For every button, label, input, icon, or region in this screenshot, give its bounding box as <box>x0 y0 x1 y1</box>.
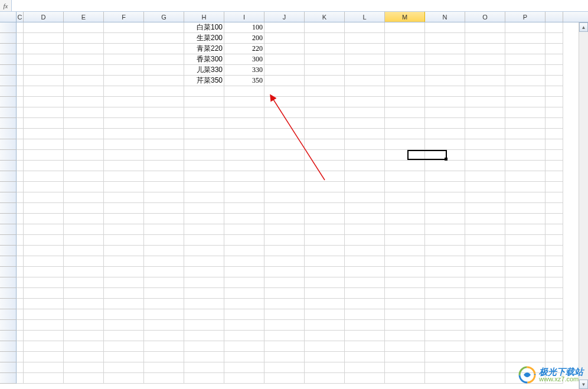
row-header[interactable] <box>0 171 17 182</box>
cell-F10[interactable] <box>104 118 144 129</box>
cell-C25[interactable] <box>17 277 24 288</box>
cell-D19[interactable] <box>24 214 64 224</box>
cell-J32[interactable] <box>264 352 305 362</box>
cell-K10[interactable] <box>305 118 345 129</box>
cell-N18[interactable] <box>425 203 465 214</box>
cell-Q32[interactable] <box>545 352 563 362</box>
cell-G11[interactable] <box>144 129 184 139</box>
cell-L2[interactable] <box>345 33 385 44</box>
cell-I4[interactable]: 300 <box>224 54 264 65</box>
cell-H24[interactable] <box>184 267 224 277</box>
cell-E12[interactable] <box>64 139 104 150</box>
cell-I25[interactable] <box>224 277 264 288</box>
cell-J18[interactable] <box>264 203 305 214</box>
cell-M32[interactable] <box>385 352 425 362</box>
cell-K32[interactable] <box>305 352 345 362</box>
cell-Q9[interactable] <box>545 107 563 118</box>
cell-E11[interactable] <box>64 129 104 139</box>
cell-G34[interactable] <box>144 373 184 384</box>
cell-M21[interactable] <box>385 235 425 246</box>
row-header[interactable] <box>0 373 17 384</box>
cell-H26[interactable] <box>184 288 224 299</box>
cell-D24[interactable] <box>24 267 64 277</box>
cell-D23[interactable] <box>24 256 64 267</box>
cell-M20[interactable] <box>385 224 425 235</box>
cell-N15[interactable] <box>425 171 465 182</box>
cell-H19[interactable] <box>184 214 224 224</box>
cell-F23[interactable] <box>104 256 144 267</box>
cell-O20[interactable] <box>465 224 505 235</box>
cell-J2[interactable] <box>264 33 305 44</box>
cell-O15[interactable] <box>465 171 505 182</box>
cell-L23[interactable] <box>345 256 385 267</box>
row-header[interactable] <box>0 331 17 341</box>
cell-C17[interactable] <box>17 192 24 203</box>
row-header[interactable] <box>0 33 17 44</box>
cell-E1[interactable] <box>64 22 104 33</box>
cell-M19[interactable] <box>385 214 425 224</box>
cell-L17[interactable] <box>345 192 385 203</box>
cell-J21[interactable] <box>264 235 305 246</box>
cell-G18[interactable] <box>144 203 184 214</box>
cell-L21[interactable] <box>345 235 385 246</box>
cell-L15[interactable] <box>345 171 385 182</box>
cell-M26[interactable] <box>385 288 425 299</box>
cell-L10[interactable] <box>345 118 385 129</box>
cell-N12[interactable] <box>425 139 465 150</box>
cell-O33[interactable] <box>465 362 505 373</box>
cell-H11[interactable] <box>184 129 224 139</box>
cell-C27[interactable] <box>17 299 24 309</box>
cell-G16[interactable] <box>144 182 184 192</box>
cell-M1[interactable] <box>385 22 425 33</box>
row-header[interactable] <box>0 192 17 203</box>
cell-P11[interactable] <box>505 129 545 139</box>
cell-N30[interactable] <box>425 331 465 341</box>
cell-K15[interactable] <box>305 171 345 182</box>
cell-E18[interactable] <box>64 203 104 214</box>
cell-H23[interactable] <box>184 256 224 267</box>
cell-P22[interactable] <box>505 246 545 256</box>
cell-K33[interactable] <box>305 362 345 373</box>
cell-J20[interactable] <box>264 224 305 235</box>
row-header[interactable] <box>0 320 17 331</box>
cell-N23[interactable] <box>425 256 465 267</box>
row-header[interactable] <box>0 161 17 171</box>
cell-N1[interactable] <box>425 22 465 33</box>
row-header[interactable] <box>0 246 17 256</box>
cell-M23[interactable] <box>385 256 425 267</box>
cell-G14[interactable] <box>144 161 184 171</box>
cell-K17[interactable] <box>305 192 345 203</box>
cell-F11[interactable] <box>104 129 144 139</box>
row-header[interactable] <box>0 352 17 362</box>
cell-P5[interactable] <box>505 65 545 76</box>
cell-G33[interactable] <box>144 362 184 373</box>
col-header-P[interactable]: P <box>505 12 545 22</box>
cell-C5[interactable] <box>17 65 24 76</box>
cell-J12[interactable] <box>264 139 305 150</box>
cell-H8[interactable] <box>184 97 224 107</box>
cell-D18[interactable] <box>24 203 64 214</box>
cell-O31[interactable] <box>465 341 505 352</box>
cell-M22[interactable] <box>385 246 425 256</box>
row-header[interactable] <box>0 118 17 129</box>
cell-Q30[interactable] <box>545 331 563 341</box>
cell-Q16[interactable] <box>545 182 563 192</box>
cell-C4[interactable] <box>17 54 24 65</box>
cell-J19[interactable] <box>264 214 305 224</box>
row-header[interactable] <box>0 182 17 192</box>
cell-F27[interactable] <box>104 299 144 309</box>
cell-J24[interactable] <box>264 267 305 277</box>
cell-N17[interactable] <box>425 192 465 203</box>
cell-J16[interactable] <box>264 182 305 192</box>
cell-C7[interactable] <box>17 86 24 97</box>
cell-E24[interactable] <box>64 267 104 277</box>
cell-J3[interactable] <box>264 44 305 54</box>
cell-H6[interactable]: 芹菜350 <box>184 76 224 86</box>
cell-O28[interactable] <box>465 309 505 320</box>
cell-P24[interactable] <box>505 267 545 277</box>
cell-H28[interactable] <box>184 309 224 320</box>
cell-E8[interactable] <box>64 97 104 107</box>
cell-G30[interactable] <box>144 331 184 341</box>
cell-L24[interactable] <box>345 267 385 277</box>
cell-J7[interactable] <box>264 86 305 97</box>
